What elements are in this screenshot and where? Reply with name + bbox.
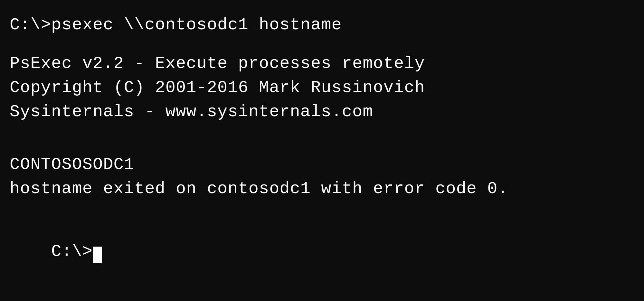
blank-line-4 — [10, 201, 634, 215]
blank-line-2 — [10, 124, 634, 138]
blank-line-1 — [10, 37, 634, 51]
psexec-version-line: PsExec v2.2 - Execute processes remotely — [10, 52, 634, 76]
hostname-output: CONTOSOSODC1 — [10, 153, 634, 177]
cursor-blink — [93, 247, 102, 263]
copyright-line: Copyright (C) 2001-2016 Mark Russinovich — [10, 76, 634, 100]
exit-message: hostname exited on contosodc1 with error… — [10, 177, 634, 201]
blank-line-3 — [10, 138, 634, 153]
prompt-line: C:\> — [10, 215, 634, 288]
prompt-text: C:\> — [51, 242, 93, 261]
terminal-window: C:\>psexec \\contosodc1 hostname PsExec … — [0, 0, 644, 301]
sysinternals-line: Sysinternals - www.sysinternals.com — [10, 100, 634, 124]
command-line: C:\>psexec \\contosodc1 hostname — [10, 13, 634, 37]
